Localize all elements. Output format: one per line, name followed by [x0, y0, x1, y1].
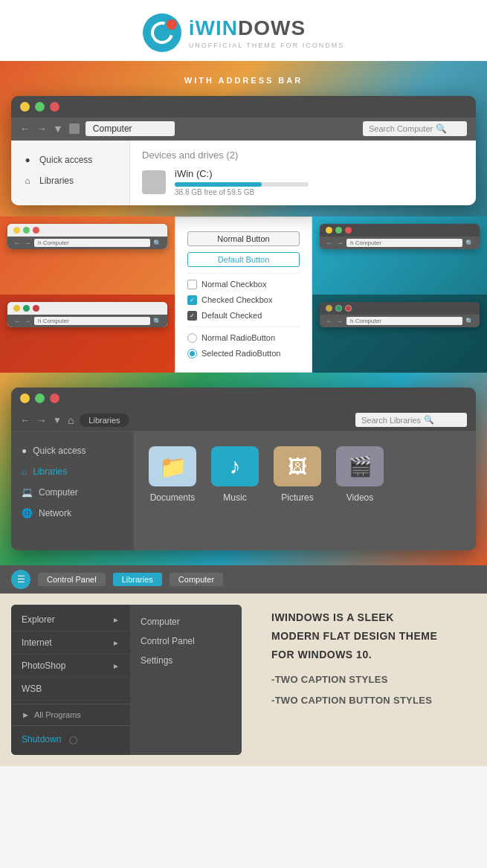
normal-radio-row[interactable]: Normal RadioButton	[187, 333, 300, 343]
folder-label-videos: Videos	[346, 492, 373, 503]
dark-nav-down[interactable]: ▼	[53, 415, 62, 425]
folder-icon-videos: 🎬	[336, 446, 384, 486]
start-right-computer[interactable]: Computer	[141, 612, 231, 631]
dark-nav-back[interactable]: ←	[20, 414, 30, 426]
dark-nav-forward[interactable]: →	[36, 414, 47, 426]
folder-documents[interactable]: 📁 Documents	[149, 446, 196, 503]
sidebar-item-libraries[interactable]: ⌂ Libraries	[11, 170, 129, 191]
left-panels: ← → h Computer 🔍 ← → h Computer 🔍	[0, 216, 175, 373]
checked-checkbox[interactable]: ✓	[187, 295, 197, 305]
search-icon: 🔍	[436, 123, 447, 134]
mini-search-right-bot: h Computer	[346, 317, 462, 325]
dark-libraries-label: Libraries	[33, 466, 67, 477]
start-item-internet[interactable]: Internet ►	[11, 631, 130, 655]
folder-glyph-music: ♪	[230, 454, 241, 479]
info-line4: -TWO CAPTION STYLES	[271, 672, 468, 688]
start-menu-inner: Explorer ► Internet ► PhotoShop ► WSB	[11, 605, 242, 755]
dark-traffic-lights	[20, 393, 59, 403]
shutdown-button[interactable]: Shutdown	[22, 734, 61, 745]
start-button[interactable]: ☰	[11, 570, 30, 589]
window-content: ● Quick access ⌂ Libraries Devices and d…	[11, 141, 476, 205]
folder-pictures[interactable]: 🖼 Pictures	[274, 446, 321, 503]
dark-sidebar-libraries[interactable]: ⌂ Libraries	[11, 461, 133, 482]
controls-panel: Normal Button Default Button Normal Chec…	[175, 216, 312, 373]
mini-search-left: h Computer	[34, 239, 150, 247]
info-panel: iWINDOWS IS A SLEEK MODERN FLAT DESIGN T…	[253, 594, 487, 766]
selected-radio-row[interactable]: Selected RadioButton	[187, 349, 300, 359]
mini-window-right-bot: ← → h Computer 🔍	[320, 302, 480, 327]
normal-checkbox[interactable]	[187, 280, 197, 289]
dark-search-bar[interactable]: Search Libraries 🔍	[355, 413, 467, 427]
dark-search-icon: 🔍	[424, 415, 434, 425]
search-bar[interactable]: Search Computer 🔍	[363, 121, 467, 136]
folder-music[interactable]: ♪ Music	[211, 446, 259, 503]
taskbar-libraries[interactable]: Libraries	[113, 573, 162, 586]
all-programs[interactable]: ► All Programs	[11, 704, 130, 725]
normal-radio[interactable]	[187, 333, 197, 343]
taskbar-computer[interactable]: Computer	[170, 573, 223, 586]
nav-back-button[interactable]: ←	[20, 123, 30, 135]
dark-sidebar-computer[interactable]: 💻 Computer	[11, 482, 133, 503]
dark-main-panel: 📁 Documents ♪ Music 🖼 Pictures	[134, 431, 476, 550]
dark-sidebar-network[interactable]: 🌐 Network	[11, 503, 133, 524]
default-checked-row[interactable]: ✓ Default Checked	[187, 311, 300, 321]
start-item-photoshop-label: PhotoShop	[22, 660, 65, 671]
dark-quick-access-icon: ●	[22, 446, 27, 456]
dark-tl-yellow[interactable]	[20, 393, 30, 403]
traffic-light-green[interactable]	[35, 102, 45, 112]
normal-checkbox-row[interactable]: Normal Checkbox	[187, 280, 300, 289]
libraries-icon: ⌂	[22, 175, 33, 187]
dark-address-pill[interactable]: Libraries	[80, 414, 129, 427]
nav-down-button[interactable]: ▼	[53, 123, 63, 135]
selected-radio[interactable]	[187, 349, 197, 359]
dark-tl-red[interactable]	[50, 393, 59, 403]
logo-area: iWINDOWS UNOFFICIAL THEME FOR ICONDMS	[143, 13, 345, 52]
logo-text-container: iWINDOWS UNOFFICIAL THEME FOR ICONDMS	[189, 16, 345, 49]
normal-button[interactable]: Normal Button	[187, 231, 300, 246]
folder-label-pictures: Pictures	[281, 492, 313, 503]
start-item-wsb[interactable]: WSB	[11, 678, 130, 701]
taskbar-control-panel[interactable]: Control Panel	[38, 573, 106, 586]
dark-computer-label: Computer	[39, 487, 78, 498]
default-checked-checkbox[interactable]: ✓	[187, 311, 197, 321]
section-address-bar: WITH ADDRESS BAR ← → ▼ Computer Search C…	[0, 61, 487, 216]
folder-label-documents: Documents	[150, 492, 196, 503]
folder-label-music: Music	[223, 492, 246, 503]
dark-tl-green[interactable]	[35, 393, 45, 403]
start-item-photoshop[interactable]: PhotoShop ►	[11, 655, 130, 678]
dark-window-toolbar: ← → ▼ ⌂ Libraries Search Libraries 🔍	[11, 409, 476, 431]
logo-inner-circle	[146, 18, 177, 48]
dark-quick-access-label: Quick access	[33, 446, 86, 456]
mini-window-left-top: ← → h Computer 🔍	[7, 224, 167, 249]
dark-window-frame: ← → ▼ ⌂ Libraries Search Libraries 🔍 ● Q…	[11, 388, 476, 550]
traffic-light-red[interactable]	[50, 102, 59, 112]
mini-window-right-top: ← → h Computer 🔍	[320, 224, 480, 249]
sidebar-panel: ● Quick access ⌂ Libraries	[11, 141, 130, 205]
section-label-address: WITH ADDRESS BAR	[11, 76, 476, 85]
traffic-light-yellow[interactable]	[20, 102, 30, 112]
drive-progress-fill	[175, 182, 262, 187]
start-menu-right: Computer Control Panel Settings	[130, 605, 242, 755]
mini-search-icon-right-top: 🔍	[465, 239, 474, 247]
folder-videos[interactable]: 🎬 Videos	[336, 446, 384, 503]
dark-libraries-icon: ⌂	[22, 466, 27, 477]
nav-forward-button[interactable]: →	[36, 123, 47, 135]
bottom-content: Explorer ► Internet ► PhotoShop ► WSB	[0, 594, 487, 766]
folder-icon-pictures: 🖼	[274, 446, 321, 486]
checked-checkbox-row[interactable]: ✓ Checked Checkbox	[187, 295, 300, 305]
taskbar: ☰ Control Panel Libraries Computer	[0, 565, 487, 594]
start-right-control-panel[interactable]: Control Panel	[141, 631, 231, 651]
default-button[interactable]: Default Button	[187, 252, 300, 267]
mini-search-right-top: h Computer	[346, 239, 462, 247]
address-bar[interactable]: Computer	[86, 121, 175, 136]
section-libraries: ← → ▼ ⌂ Libraries Search Libraries 🔍 ● Q…	[0, 373, 487, 565]
dark-sidebar-quick-access[interactable]: ● Quick access	[11, 440, 133, 461]
libraries-label: Libraries	[39, 176, 74, 186]
header: iWINDOWS UNOFFICIAL THEME FOR ICONDMS	[0, 0, 487, 61]
window-toolbar: ← → ▼ Computer Search Computer 🔍	[11, 118, 476, 141]
start-item-explorer[interactable]: Explorer ►	[11, 608, 130, 631]
start-right-settings[interactable]: Settings	[141, 651, 231, 670]
normal-radio-label: Normal RadioButton	[201, 333, 275, 342]
sidebar-item-quick-access[interactable]: ● Quick access	[11, 150, 129, 170]
dark-home-icon[interactable]: ⌂	[68, 414, 74, 426]
